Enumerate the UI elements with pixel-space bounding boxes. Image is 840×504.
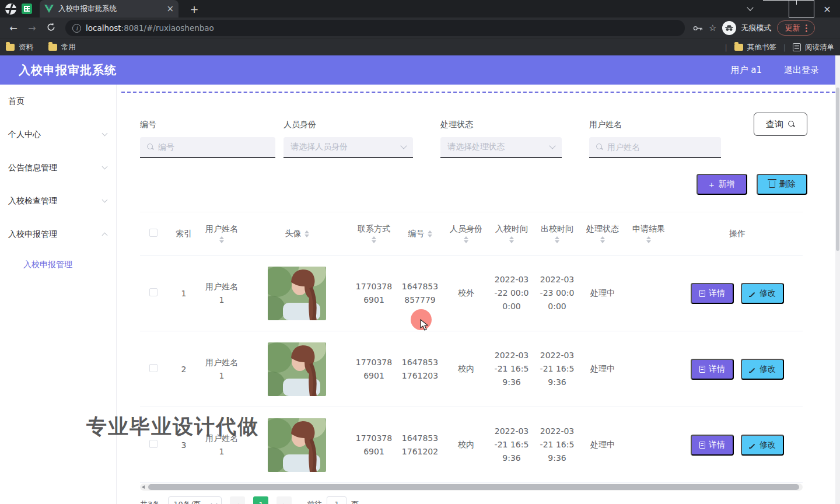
chevron-down-icon: [400, 142, 407, 149]
tab-search-icon[interactable]: [737, 0, 763, 18]
goto-label: 前往: [307, 499, 322, 504]
app-header: 入校申报审批系统 用户 a1 退出登录: [0, 55, 840, 85]
detail-button[interactable]: 详情: [691, 435, 734, 456]
avatar[interactable]: [268, 418, 326, 472]
pencil-icon: [749, 366, 756, 373]
edit-button[interactable]: 修改: [741, 435, 784, 456]
sort-caret-icon[interactable]: [219, 236, 224, 243]
vertical-scrollbar[interactable]: [835, 55, 840, 504]
sort-caret-icon[interactable]: [372, 236, 376, 243]
sort-caret-icon[interactable]: [600, 236, 605, 243]
forward-button[interactable]: →: [24, 23, 40, 34]
detail-button[interactable]: 详情: [691, 283, 734, 304]
reading-list-button[interactable]: 阅读清单: [793, 43, 834, 52]
sort-caret-icon[interactable]: [646, 236, 651, 243]
window-restore-button[interactable]: [789, 0, 814, 18]
cell-username: 用户姓名1: [204, 356, 240, 383]
delete-button[interactable]: 删除: [757, 174, 807, 195]
header-actions: 操作: [729, 229, 746, 238]
scroll-left-arrow-icon[interactable]: [142, 485, 145, 489]
header-status: 处理状态: [586, 224, 619, 235]
current-user-label[interactable]: 用户 a1: [730, 65, 762, 76]
browser-logo-icon[interactable]: [5, 3, 16, 15]
sort-caret-icon[interactable]: [464, 236, 468, 243]
sidebar-item-entry-declare-mgmt[interactable]: 入校申报管理: [0, 218, 116, 251]
cell-enter-time: 2022-03-21 16:59:36: [494, 349, 530, 389]
main-content: 编号 人员身份 请选择人员身份 处理状态 请选择处理状态: [121, 92, 835, 504]
sidebar-item-announcement-mgmt[interactable]: 公告信息管理: [0, 151, 116, 184]
window-close-button[interactable]: ×: [814, 0, 840, 18]
sidebar: 首页 个人中心 公告信息管理 入校检查管理 入校申报管理 入校申报管理: [0, 85, 117, 504]
code-search-field[interactable]: [140, 137, 275, 158]
row-checkbox[interactable]: [149, 288, 158, 296]
row-checkbox[interactable]: [149, 440, 158, 448]
edit-button[interactable]: 修改: [741, 283, 784, 304]
sort-caret-icon[interactable]: [509, 236, 514, 243]
bookmark-folder-ziliao[interactable]: 资料: [6, 43, 33, 52]
detail-button[interactable]: 详情: [691, 359, 734, 380]
cell-phone: 17703786901: [356, 432, 393, 459]
url-text[interactable]: localhost:8081/#/ruxiaoshenbao: [86, 23, 214, 33]
document-icon: [699, 290, 705, 297]
other-bookmarks-button[interactable]: 其他书签: [734, 43, 776, 52]
table-header-row: 索引 用户姓名 头像 联系方式 编号 人员身份 入校时间 出校时间 处理状态 申…: [140, 212, 803, 256]
browser-tab[interactable]: 入校申报审批系统 ×: [40, 0, 178, 18]
sort-caret-icon[interactable]: [555, 236, 559, 243]
prev-page-button[interactable]: ‹: [230, 496, 245, 504]
avatar[interactable]: [268, 342, 326, 396]
new-tab-button[interactable]: +: [187, 3, 202, 15]
page-size-select[interactable]: 10条/页: [168, 496, 222, 504]
horizontal-scrollbar[interactable]: [140, 484, 803, 491]
password-key-icon[interactable]: [693, 25, 703, 32]
cell-enter-time: 2022-03-22 00:00:00: [494, 273, 530, 313]
status-select[interactable]: 请选择处理状态: [440, 137, 562, 158]
site-info-icon[interactable]: i: [72, 24, 81, 33]
cell-exit-time: 2022-03-21 16:59:36: [539, 349, 576, 389]
avatar[interactable]: [268, 267, 326, 320]
bookmark-star-icon[interactable]: ☆: [709, 23, 716, 33]
tab-close-icon[interactable]: ×: [166, 4, 174, 14]
browser-update-button[interactable]: 更新: [777, 20, 815, 36]
cursor-arrow-icon: [420, 319, 429, 331]
code-search-input[interactable]: [158, 142, 268, 152]
search-button[interactable]: 查询: [754, 113, 807, 136]
row-checkbox[interactable]: [149, 364, 158, 372]
page-1-button[interactable]: 1: [253, 496, 268, 504]
vue-favicon-icon: [44, 5, 54, 13]
logout-button[interactable]: 退出登录: [784, 65, 819, 76]
cell-username: 用户姓名1: [204, 280, 240, 307]
cell-identity: 校内: [458, 364, 474, 373]
sidebar-item-personal-center[interactable]: 个人中心: [0, 118, 116, 151]
address-bar[interactable]: i localhost:8081/#/ruxiaoshenbao: [65, 20, 685, 36]
add-button[interactable]: +新增: [696, 174, 747, 195]
update-label: 更新: [785, 23, 800, 33]
back-button[interactable]: ←: [6, 23, 21, 34]
identity-select[interactable]: 请选择人员身份: [284, 137, 413, 158]
filter-label-status: 处理状态: [440, 118, 562, 130]
window-minimize-button[interactable]: [763, 0, 789, 18]
mouse-cursor: [411, 309, 432, 330]
cell-identity: 校内: [458, 440, 474, 449]
goto-page-input[interactable]: 1: [327, 496, 346, 504]
edit-button[interactable]: 修改: [741, 359, 784, 380]
filter-label-username: 用户姓名: [589, 118, 721, 130]
app-title: 入校申报审批系统: [19, 62, 117, 78]
header-result: 申请结果: [632, 224, 665, 235]
username-search-input[interactable]: [607, 142, 714, 152]
chevron-up-icon: [102, 233, 108, 239]
sidebar-item-entry-check-mgmt[interactable]: 入校检查管理: [0, 184, 116, 218]
browser-menu-icon[interactable]: [806, 24, 807, 32]
select-all-checkbox[interactable]: [149, 229, 158, 237]
sidebar-item-home[interactable]: 首页: [0, 85, 116, 118]
sort-caret-icon[interactable]: [428, 230, 432, 237]
username-search-field[interactable]: [589, 137, 721, 158]
bookmark-folder-changyong[interactable]: 常用: [48, 43, 76, 52]
scrollbar-thumb[interactable]: [836, 88, 839, 251]
reload-button[interactable]: [43, 23, 58, 34]
sort-caret-icon[interactable]: [304, 230, 309, 237]
next-page-button[interactable]: ›: [276, 496, 292, 504]
sidebar-subitem-entry-declare-active[interactable]: 入校申报管理: [0, 251, 116, 279]
pagination-bar: 共3条 10条/页 ‹ 1 › 前往 1 页: [140, 496, 807, 504]
scrollbar-thumb[interactable]: [148, 484, 799, 490]
extension-icon[interactable]: [21, 3, 33, 15]
